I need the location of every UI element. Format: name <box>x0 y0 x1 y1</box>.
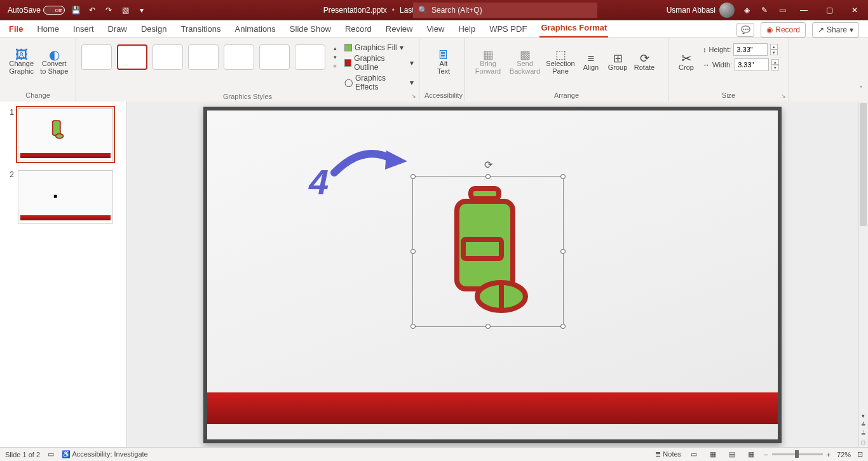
maximize-button[interactable]: ▢ <box>820 3 839 18</box>
tab-help[interactable]: Help <box>457 22 477 37</box>
ribbon-display-icon[interactable]: ▭ <box>776 4 788 16</box>
graphics-effects-button[interactable]: ◯ Graphics Effects▾ <box>344 74 414 91</box>
prev-slide-icon[interactable]: ≜ <box>858 420 868 429</box>
selection-box[interactable]: ⟳ <box>412 176 564 327</box>
style-preset-1[interactable] <box>81 44 112 70</box>
style-row-up-icon[interactable]: ▴ <box>330 44 339 52</box>
fit-to-window-icon[interactable]: ⊡ <box>857 450 863 458</box>
width-input[interactable] <box>735 58 769 71</box>
handle-nw[interactable] <box>410 174 416 179</box>
tab-record[interactable]: Record <box>344 22 373 37</box>
slide-thumbnail-2[interactable]: 2 ■ <box>0 164 126 226</box>
handle-w[interactable] <box>410 249 416 254</box>
handle-n[interactable] <box>485 174 491 179</box>
collapse-ribbon-icon[interactable]: ˄ <box>859 85 863 93</box>
record-button[interactable]: ◉Record <box>761 22 806 37</box>
comments-button[interactable]: 💬 <box>736 23 754 37</box>
fit-icon[interactable]: □ <box>858 438 868 447</box>
graphics-outline-button[interactable]: Graphics Outline▾ <box>344 54 414 72</box>
handle-sw[interactable] <box>410 324 416 329</box>
style-preset-4[interactable] <box>188 44 219 70</box>
close-button[interactable]: ✕ <box>845 3 864 18</box>
tab-draw[interactable]: Draw <box>107 22 128 37</box>
slide[interactable]: 4 ⟳ <box>207 110 778 439</box>
tab-graphics-format[interactable]: Graphics Format <box>539 20 608 37</box>
autosave-control[interactable]: AutoSave Off <box>8 6 65 15</box>
tab-transitions[interactable]: Transitions <box>179 22 222 37</box>
slide-canvas-area[interactable]: 4 ⟳ <box>127 102 858 447</box>
slide-thumbnail-1[interactable]: 1 <box>0 102 126 164</box>
style-row-down-icon[interactable]: ▾ <box>330 53 339 61</box>
tab-insert[interactable]: Insert <box>72 22 95 37</box>
slide-indicator[interactable]: Slide 1 of 2 <box>5 451 40 458</box>
account-button[interactable]: Usman Abbasi <box>667 3 735 18</box>
size-dialog-launcher-icon[interactable]: ↘ <box>781 93 786 99</box>
send-backward-button[interactable]: ▩ Send Backward <box>507 41 543 85</box>
height-spin-up[interactable]: ▴ <box>770 44 778 50</box>
style-preset-2[interactable] <box>117 44 147 70</box>
tab-slideshow[interactable]: Slide Show <box>288 22 332 37</box>
zoom-slider[interactable]: − + <box>764 451 831 458</box>
selection-pane-button[interactable]: ⬚ Selection Pane <box>544 41 577 85</box>
width-spin-up[interactable]: ▴ <box>771 59 779 65</box>
group-button[interactable]: ⊞ Group <box>605 41 630 85</box>
handle-s[interactable] <box>485 324 491 329</box>
redo-icon[interactable]: ↷ <box>103 4 114 16</box>
tab-design[interactable]: Design <box>140 22 168 37</box>
height-input[interactable] <box>733 43 768 56</box>
height-spin-down[interactable]: ▾ <box>770 50 778 55</box>
normal-view-icon[interactable]: ▭ <box>688 450 700 460</box>
handle-se[interactable] <box>560 324 566 329</box>
accessibility-status[interactable]: ♿ Accessibility: Investigate <box>62 450 148 458</box>
save-icon[interactable]: 💾 <box>70 4 81 16</box>
diamond-icon[interactable]: ◈ <box>741 4 752 16</box>
change-graphic-button[interactable]: 🖼 Change Graphic <box>5 41 38 85</box>
width-spin-down[interactable]: ▾ <box>771 65 779 70</box>
rotate-button[interactable]: ⟳ Rotate <box>632 41 657 85</box>
scroll-thumb[interactable] <box>860 103 867 226</box>
autosave-toggle[interactable]: Off <box>43 6 65 15</box>
rotation-handle-icon[interactable]: ⟳ <box>484 159 492 171</box>
zoom-out-icon[interactable]: − <box>764 451 768 458</box>
pen-icon[interactable]: ✎ <box>759 4 770 16</box>
qat-customize-icon[interactable]: ▾ <box>136 4 147 16</box>
undo-icon[interactable]: ↶ <box>86 4 98 16</box>
style-preset-6[interactable] <box>259 44 290 70</box>
style-preset-3[interactable] <box>153 44 183 70</box>
zoom-in-icon[interactable]: + <box>827 451 831 458</box>
zoom-value[interactable]: 72% <box>837 451 851 458</box>
present-from-beginning-icon[interactable]: ▧ <box>119 4 131 16</box>
style-more-icon[interactable]: ≡ <box>330 62 339 70</box>
crop-button[interactable]: ✂ Crop <box>674 41 699 85</box>
tab-file[interactable]: File <box>8 22 24 37</box>
share-button[interactable]: ↗Share▾ <box>812 22 859 37</box>
tab-animations[interactable]: Animations <box>234 22 277 37</box>
search-input[interactable]: 🔍 Search (Alt+Q) <box>413 3 597 18</box>
scroll-down-icon[interactable]: ▾ <box>858 411 868 420</box>
graphics-fill-button[interactable]: Graphics Fill▾ <box>344 43 414 52</box>
handle-ne[interactable] <box>560 174 566 179</box>
thumbnail-pane[interactable]: 1 2 ■ <box>0 102 127 447</box>
tab-wps-pdf[interactable]: WPS PDF <box>488 22 528 37</box>
handle-e[interactable] <box>560 249 566 254</box>
tab-review[interactable]: Review <box>384 22 414 37</box>
reading-view-icon[interactable]: ▤ <box>726 450 738 460</box>
convert-to-shape-button[interactable]: ◐ Convert to Shape <box>38 41 71 85</box>
align-button[interactable]: ≡ Align <box>578 41 604 85</box>
tab-home[interactable]: Home <box>36 22 60 37</box>
zoom-thumb[interactable] <box>795 450 799 458</box>
spell-check-icon[interactable]: ▭ <box>48 450 54 458</box>
bring-forward-button[interactable]: ▦ Bring Forward <box>470 41 506 85</box>
styles-dialog-launcher-icon[interactable]: ↘ <box>411 93 416 99</box>
notes-button[interactable]: ≣ Notes <box>655 450 681 458</box>
style-preset-7[interactable] <box>295 44 325 70</box>
style-preset-5[interactable] <box>224 44 254 70</box>
minimize-button[interactable]: — <box>794 3 813 18</box>
alt-text-button[interactable]: 🗏 Alt Text <box>424 41 463 85</box>
zoom-track[interactable] <box>772 453 823 455</box>
tab-view[interactable]: View <box>425 22 445 37</box>
sorter-view-icon[interactable]: ▦ <box>707 450 719 460</box>
medicine-graphic-icon[interactable] <box>440 185 536 318</box>
slideshow-view-icon[interactable]: ▦ <box>745 450 757 460</box>
vertical-scrollbar[interactable]: ▾ ≜ ≟ □ <box>858 102 868 447</box>
